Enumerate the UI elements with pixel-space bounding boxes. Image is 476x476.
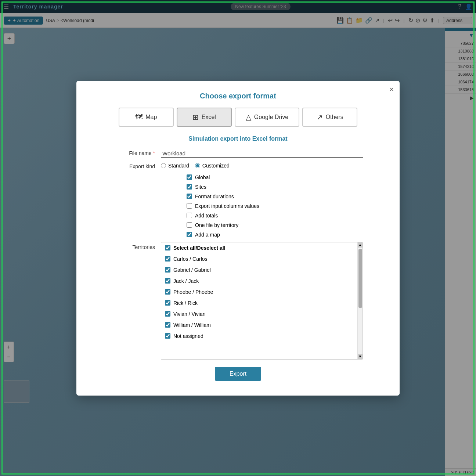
map-tab-icon: 🗺 [135,113,143,121]
tab-excel[interactable]: ⊞ Excel [177,108,232,127]
others-tab-label: Others [326,114,343,120]
territory-rick-checkbox[interactable] [165,300,170,306]
territory-gabriel-label: Gabriel / Gabriel [173,267,211,273]
excel-tab-label: Excel [202,114,216,120]
scroll-thumb[interactable] [358,249,362,308]
territory-jack-checkbox[interactable] [165,278,170,284]
checkbox-export-input-columns-label: Export input columns values [195,203,259,209]
radio-customized[interactable]: Customized [195,163,230,169]
territory-select-all-label: Select all/Deselect all [173,245,226,251]
territory-william-checkbox[interactable] [165,322,170,328]
territories-label: Territories [113,242,161,250]
territory-carlos-checkbox[interactable] [165,256,170,262]
tab-google-drive[interactable]: △ Google Drive [235,108,299,127]
file-name-input[interactable] [161,149,363,158]
checkboxes-section: Global Sites Format durations Export inp… [91,174,385,238]
territory-phoebe-checkbox[interactable] [165,289,170,295]
checkbox-add-totals-input[interactable] [187,213,192,218]
checkbox-format-durations-input[interactable] [187,194,192,199]
checkbox-add-map[interactable]: Add a map [187,232,363,238]
territory-william-label: William / William [173,322,211,328]
territory-gabriel-checkbox[interactable] [165,267,170,273]
territory-carlos-label: Carlos / Carlos [173,256,208,262]
territory-item-carlos[interactable]: Carlos / Carlos [161,253,357,264]
google-drive-tab-icon: △ [246,113,251,122]
territories-scrollbar[interactable]: ▲ ▼ [357,242,363,359]
checkbox-global[interactable]: Global [187,174,363,180]
checkbox-add-map-label: Add a map [195,232,220,238]
checkbox-sites-input[interactable] [187,184,192,190]
territory-select-all-checkbox[interactable] [165,245,170,250]
tab-map[interactable]: 🗺 Map [119,108,174,127]
territory-phoebe-label: Phoebe / Phoebe [173,289,213,295]
export-button[interactable]: Export [215,367,261,381]
checkbox-add-map-input[interactable] [187,232,192,237]
radio-standard[interactable]: Standard [161,163,189,169]
checkbox-global-input[interactable] [187,174,192,180]
radio-standard-input[interactable] [161,163,166,168]
territories-list: Select all/Deselect all Carlos / Carlos … [161,242,363,360]
modal-title: Choose export format [91,92,385,100]
export-kind-radio-group: Standard Customized [161,163,230,169]
checkbox-one-file-input[interactable] [187,222,192,228]
territories-inner: Select all/Deselect all Carlos / Carlos … [161,242,357,359]
format-tabs: 🗺 Map ⊞ Excel △ Google Drive ↗ Others [91,108,385,127]
scroll-down-arrow[interactable]: ▼ [358,354,363,359]
file-name-row: File name [91,149,385,158]
checkbox-sites-label: Sites [195,184,206,190]
export-kind-row: Export kind Standard Customized [91,163,385,169]
google-drive-tab-label: Google Drive [254,114,288,120]
territory-item-rick[interactable]: Rick / Rick [161,298,357,309]
territory-item-gabriel[interactable]: Gabriel / Gabriel [161,264,357,275]
territory-select-all[interactable]: Select all/Deselect all [161,242,357,253]
territory-item-jack[interactable]: Jack / Jack [161,275,357,286]
export-modal: × Choose export format 🗺 Map ⊞ Excel △ G… [76,81,400,396]
modal-overlay: × Choose export format 🗺 Map ⊞ Excel △ G… [0,0,476,476]
checkbox-one-file-by-territory[interactable]: One file by territory [187,222,363,228]
territory-item-vivian[interactable]: Vivian / Vivian [161,309,357,320]
territory-not-assigned-checkbox[interactable] [165,333,170,339]
checkbox-export-input-columns[interactable]: Export input columns values [187,203,363,209]
territory-item-william[interactable]: William / William [161,320,357,331]
checkbox-add-totals[interactable]: Add totals [187,213,363,219]
radio-customized-label: Customized [202,163,230,169]
excel-tab-icon: ⊞ [192,113,199,122]
map-tab-label: Map [145,114,157,120]
export-button-row: Export [91,367,385,381]
checkbox-sites[interactable]: Sites [187,184,363,190]
scroll-up-arrow[interactable]: ▲ [358,242,363,248]
territory-vivian-checkbox[interactable] [165,311,170,317]
territory-vivian-label: Vivian / Vivian [173,311,205,317]
export-kind-label: Export kind [113,163,161,169]
checkbox-format-durations[interactable]: Format durations [187,194,363,199]
checkbox-add-totals-label: Add totals [195,213,218,219]
file-name-label: File name [113,149,161,156]
modal-subtitle: Simulation export into Excel format [91,136,385,142]
radio-standard-label: Standard [168,163,189,169]
tab-others[interactable]: ↗ Others [302,108,357,127]
modal-close-button[interactable]: × [389,85,394,94]
checkbox-format-durations-label: Format durations [195,194,234,199]
checkbox-one-file-label: One file by territory [195,222,238,228]
territory-rick-label: Rick / Rick [173,300,198,306]
territory-item-not-assigned[interactable]: Not assigned [161,331,357,342]
checkbox-global-label: Global [195,174,210,180]
radio-customized-input[interactable] [195,163,200,168]
territories-row: Territories Select all/Deselect all Carl… [91,242,385,360]
checkbox-export-input-columns-input[interactable] [187,203,192,209]
territory-item-phoebe[interactable]: Phoebe / Phoebe [161,286,357,298]
territory-not-assigned-label: Not assigned [173,333,203,339]
others-tab-icon: ↗ [317,113,323,122]
territory-jack-label: Jack / Jack [173,278,199,284]
